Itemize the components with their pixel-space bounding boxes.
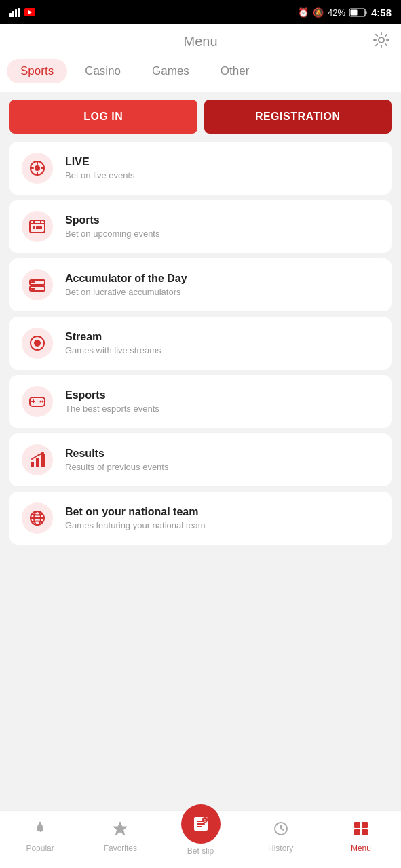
youtube-icon [24,8,35,16]
svg-rect-22 [39,226,42,229]
svg-rect-8 [350,9,357,15]
tab-casino[interactable]: Casino [71,59,134,83]
svg-rect-49 [362,829,368,835]
accumulator-text: Accumulator of the Day Bet on lucrative … [65,273,187,297]
battery-icon [349,8,367,17]
settings-icon[interactable] [373,31,390,53]
menu-list: LIVE Bet on live events Sports Bet on up… [0,142,401,810]
live-icon [22,153,53,184]
flame-icon [32,821,48,841]
nav-history[interactable]: History [241,821,321,853]
stream-text: Stream Games with live streams [65,331,161,355]
battery-level: 42% [328,7,345,18]
status-right: ⏰ 🔕 42% 4:58 [298,7,392,18]
svg-point-31 [40,401,42,403]
esports-icon [22,386,53,417]
status-bar: ⏰ 🔕 42% 4:58 [0,0,401,24]
svg-rect-35 [31,462,34,467]
menu-item-esports[interactable]: Esports The best esports events [9,375,392,428]
alarm-icon: ⏰ [298,7,309,18]
svg-rect-7 [365,11,366,14]
svg-rect-37 [41,454,45,467]
live-text: LIVE Bet on live events [65,156,135,180]
bottom-navigation: Popular Favorites 1 Bet slip Hist [0,810,401,868]
mute-icon: 🔕 [313,7,324,18]
login-button[interactable]: LOG IN [9,100,197,134]
svg-rect-36 [36,458,39,467]
svg-rect-26 [31,288,35,290]
menu-item-sports[interactable]: Sports Bet on upcoming events [9,200,392,253]
svg-rect-3 [18,8,20,17]
time-display: 4:58 [371,7,392,18]
menu-item-live[interactable]: LIVE Bet on live events [9,142,392,195]
esports-text: Esports The best esports events [65,389,159,414]
register-button[interactable]: REGISTRATION [204,100,392,134]
page-title: Menu [183,34,217,50]
auth-buttons: LOG IN REGISTRATION [0,92,401,142]
accumulator-icon [22,269,53,300]
svg-marker-42 [113,822,127,835]
national-icon [22,502,53,534]
svg-rect-1 [12,11,14,17]
star-icon [112,821,128,841]
svg-rect-0 [9,13,12,17]
tab-other[interactable]: Other [207,59,263,83]
category-tabs: Sports Casino Games Other [0,59,401,92]
national-text: Bet on your national team Games featurin… [65,506,206,530]
nav-popular[interactable]: Popular [0,821,80,853]
signal-icon [9,7,22,17]
results-icon [22,444,53,475]
clock-icon [273,821,289,841]
nav-favorites[interactable]: Favorites [80,821,160,853]
svg-rect-21 [36,226,39,229]
sports-icon [22,211,53,242]
svg-rect-48 [354,829,360,835]
betslip-button[interactable]: 1 [181,804,221,844]
sports-text: Sports Bet on upcoming events [65,214,159,239]
menu-item-national[interactable]: Bet on your national team Games featurin… [9,492,392,545]
stream-icon [22,328,53,359]
nav-betslip[interactable]: 1 Bet slip [160,818,240,856]
svg-point-11 [35,166,39,170]
tab-sports[interactable]: Sports [7,59,67,83]
svg-point-9 [379,37,384,43]
menu-item-results[interactable]: Results Results of previous events [9,433,392,486]
grid-icon [353,821,369,841]
svg-rect-24 [31,281,35,283]
svg-point-38 [41,452,44,454]
menu-item-stream[interactable]: Stream Games with live streams [9,317,392,370]
status-left [9,7,35,17]
svg-point-32 [42,401,44,403]
svg-rect-46 [354,822,360,828]
svg-rect-20 [33,226,35,229]
menu-item-accumulator[interactable]: Accumulator of the Day Bet on lucrative … [9,258,392,311]
svg-rect-47 [362,822,368,828]
nav-menu[interactable]: Menu [321,821,401,853]
tab-games[interactable]: Games [138,59,203,83]
svg-rect-2 [15,9,17,17]
results-text: Results Results of previous events [65,448,168,472]
header: Menu [0,24,401,59]
